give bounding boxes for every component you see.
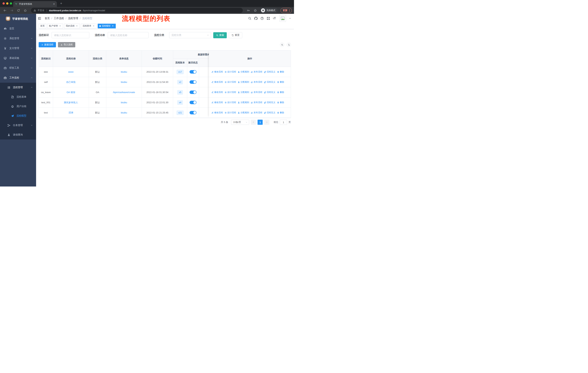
goto-page-input[interactable]: [280, 120, 287, 125]
current-page-button[interactable]: 1: [258, 120, 263, 125]
search-icon[interactable]: [248, 17, 251, 20]
filter-name-input[interactable]: [108, 32, 148, 38]
tag-close-icon[interactable]: ✕: [59, 25, 62, 27]
menu-fold-icon[interactable]: [38, 17, 41, 20]
avatar-caret-icon[interactable]: [289, 17, 291, 20]
action-delete-link[interactable]: 删除: [277, 91, 284, 94]
process-name-link[interactable]: 自己审批: [66, 81, 76, 84]
filter-category-select[interactable]: 流程分类: [169, 32, 211, 38]
action-assign-rule-link[interactable]: 分配规则: [238, 101, 249, 104]
prev-page-icon[interactable]: [251, 120, 256, 125]
close-window-button[interactable]: [2, 2, 5, 5]
process-name-link[interactable]: 滔博: [69, 111, 73, 114]
update-button[interactable]: 更新: [281, 8, 292, 13]
address-bar[interactable]: 不安全 dashboard.yudao.iocoder.cn/bpm/manag…: [31, 8, 243, 13]
action-publish-link[interactable]: 发布流程: [251, 91, 262, 94]
sidebar-item-infra[interactable]: 基础设施: [0, 53, 36, 63]
action-assign-rule-link[interactable]: 分配规则: [238, 81, 249, 84]
bookmark-star-icon[interactable]: [254, 9, 257, 12]
form-info-link[interactable]: biubiu: [121, 111, 127, 114]
sidebar-item-user-group[interactable]: 用户分组: [0, 102, 36, 111]
process-name-link[interactable]: eeee: [68, 71, 74, 73]
avatar[interactable]: [279, 15, 286, 22]
action-delete-link[interactable]: 删除: [277, 101, 284, 104]
password-key-icon[interactable]: [247, 9, 250, 12]
app-logo[interactable]: 芋道管理系统: [0, 14, 36, 24]
reload-icon[interactable]: [17, 9, 20, 12]
action-design-link[interactable]: 设计流程: [225, 101, 236, 104]
active-toggle[interactable]: [189, 70, 197, 74]
action-design-link[interactable]: 设计流程: [225, 81, 236, 84]
action-assign-rule-link[interactable]: 分配规则: [238, 111, 249, 114]
action-publish-link[interactable]: 发布流程: [251, 70, 262, 73]
action-definition-link[interactable]: 流程定义: [264, 101, 275, 104]
import-process-button[interactable]: 导入流程: [58, 42, 75, 47]
active-toggle[interactable]: [189, 111, 197, 114]
browser-tab[interactable]: 芋道管理系统 ✕: [13, 1, 57, 7]
back-icon[interactable]: [3, 9, 7, 12]
action-design-link[interactable]: 设计流程: [225, 111, 236, 114]
show-search-icon[interactable]: [280, 43, 284, 47]
action-publish-link[interactable]: 发布流程: [251, 81, 262, 84]
tag-close-icon[interactable]: ✕: [92, 25, 95, 27]
sidebar-item-process-model[interactable]: 流程模型: [0, 111, 36, 121]
help-icon[interactable]: [261, 17, 264, 20]
tag-close-icon[interactable]: ✕: [75, 25, 78, 27]
font-size-icon[interactable]: TT: [273, 17, 276, 20]
tag-close-icon[interactable]: ✕: [111, 25, 114, 27]
minimize-window-button[interactable]: [6, 2, 8, 5]
sidebar-item-task-manage[interactable]: 任务管理: [0, 121, 36, 130]
action-edit-link[interactable]: 修改流程: [211, 70, 223, 73]
not-secure-warning-icon[interactable]: [33, 9, 36, 12]
tab-close-icon[interactable]: ✕: [53, 2, 55, 5]
home-icon[interactable]: [24, 9, 27, 12]
action-definition-link[interactable]: 流程定义: [264, 81, 275, 84]
sidebar-item-home[interactable]: 首页: [0, 24, 36, 33]
form-info-link[interactable]: /bpm/oa/leave/create: [113, 91, 135, 94]
security-label[interactable]: 不安全: [38, 9, 44, 12]
tag-tenant[interactable]: 租户管理✕: [47, 24, 63, 28]
next-page-icon[interactable]: [264, 120, 269, 125]
breadcrumb-workflow[interactable]: 工作流程: [54, 17, 64, 20]
action-publish-link[interactable]: 发布流程: [251, 101, 262, 104]
action-delete-link[interactable]: 删除: [277, 81, 284, 84]
form-info-link[interactable]: biubiu: [121, 81, 127, 83]
action-definition-link[interactable]: 流程定义: [264, 91, 275, 94]
search-button[interactable]: 搜索: [213, 32, 227, 38]
action-delete-link[interactable]: 删除: [277, 111, 284, 114]
github-icon[interactable]: [254, 17, 258, 20]
action-edit-link[interactable]: 修改流程: [211, 111, 223, 114]
tag-process-form[interactable]: 流程表单✕: [81, 24, 97, 28]
active-toggle[interactable]: [189, 80, 197, 84]
sidebar-item-process-manage[interactable]: 流程管理: [0, 83, 36, 92]
browser-menu-icon[interactable]: [289, 9, 290, 12]
action-definition-link[interactable]: 流程定义: [264, 70, 275, 73]
fullscreen-icon[interactable]: [267, 17, 270, 20]
action-edit-link[interactable]: 修改流程: [211, 81, 223, 84]
page-size-select[interactable]: 10条/页: [231, 120, 249, 125]
action-definition-link[interactable]: 流程定义: [264, 111, 275, 114]
sidebar-item-leave-query[interactable]: 请假查询: [0, 130, 36, 140]
tag-home[interactable]: 首页: [39, 24, 46, 28]
process-name-link[interactable]: 测试多审批人: [64, 101, 78, 104]
action-delete-link[interactable]: 删除: [277, 70, 284, 73]
action-assign-rule-link[interactable]: 分配规则: [238, 70, 249, 73]
forward-icon[interactable]: [10, 9, 13, 12]
active-toggle[interactable]: [189, 91, 197, 94]
action-design-link[interactable]: 设计流程: [225, 91, 236, 94]
new-tab-button[interactable]: +: [60, 1, 62, 5]
tag-my-process[interactable]: 我的流程✕: [64, 24, 80, 28]
form-info-link[interactable]: biubiu: [121, 71, 127, 73]
active-toggle[interactable]: [189, 101, 197, 104]
tag-process-model[interactable]: 流程模型✕: [98, 24, 116, 28]
sidebar-item-system[interactable]: 系统管理: [0, 33, 36, 43]
action-edit-link[interactable]: 修改流程: [211, 101, 223, 104]
update-label[interactable]: 更新: [283, 9, 287, 12]
breadcrumb-process-manage[interactable]: 流程管理: [68, 17, 78, 20]
sidebar-item-payment[interactable]: 支付管理: [0, 43, 36, 53]
action-design-link[interactable]: 设计流程: [225, 70, 236, 73]
action-publish-link[interactable]: 发布流程: [251, 111, 262, 114]
sidebar-item-process-form[interactable]: 流程表单: [0, 92, 36, 102]
url-host[interactable]: dashboard.yudao.iocoder.cn: [49, 9, 81, 12]
sidebar-item-workflow[interactable]: 工作流程: [0, 73, 36, 83]
